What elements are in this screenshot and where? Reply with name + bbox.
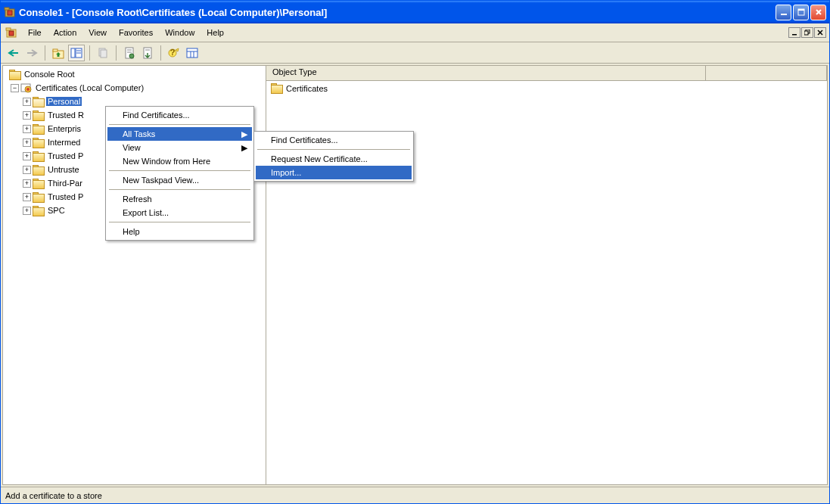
export-button[interactable] bbox=[139, 45, 156, 61]
folder-icon bbox=[33, 151, 45, 161]
mdi-buttons bbox=[788, 27, 829, 38]
list-item-label: Certificates bbox=[286, 84, 328, 93]
view-mode-button[interactable] bbox=[184, 45, 201, 61]
menu-all-tasks[interactable]: All Tasks▶ bbox=[107, 127, 252, 141]
svg-rect-3 bbox=[781, 14, 787, 15]
properties-button[interactable] bbox=[121, 45, 138, 61]
tree-root[interactable]: Console Root bbox=[6, 67, 266, 81]
menu-help[interactable]: Help bbox=[107, 225, 252, 238]
up-button[interactable] bbox=[50, 45, 67, 61]
back-button[interactable] bbox=[5, 45, 22, 61]
list-header[interactable]: Object Type bbox=[266, 66, 827, 81]
copy-button[interactable] bbox=[95, 45, 111, 61]
menu-export-list[interactable]: Export List... bbox=[107, 206, 252, 219]
show-hide-tree-button[interactable] bbox=[68, 45, 85, 61]
svg-rect-13 bbox=[53, 49, 58, 51]
submenu-arrow-icon: ▶ bbox=[241, 129, 247, 139]
svg-rect-19 bbox=[101, 50, 107, 58]
svg-point-23 bbox=[129, 54, 134, 58]
svg-rect-1 bbox=[5, 8, 9, 10]
submenu-import[interactable]: Import... bbox=[256, 166, 412, 179]
menu-separator bbox=[109, 222, 250, 222]
expand-icon[interactable]: + bbox=[23, 138, 31, 147]
app-icon bbox=[4, 6, 16, 18]
document-icon bbox=[4, 25, 19, 40]
menu-separator bbox=[109, 189, 250, 190]
expand-icon[interactable]: + bbox=[23, 111, 31, 120]
menu-separator bbox=[109, 124, 250, 125]
submenu-arrow-icon: ▶ bbox=[241, 143, 247, 153]
toolbar: ? bbox=[1, 42, 829, 64]
help-button[interactable]: ? bbox=[166, 45, 182, 61]
svg-rect-8 bbox=[9, 31, 14, 36]
expand-icon[interactable]: + bbox=[23, 98, 31, 106]
svg-text:?: ? bbox=[170, 48, 176, 57]
menubar: File Action View Favorites Window Help bbox=[22, 25, 788, 40]
folder-icon bbox=[271, 83, 283, 93]
statusbar: Add a certificate to a store bbox=[1, 487, 829, 503]
toolbar-separator bbox=[45, 45, 45, 61]
toolbar-separator bbox=[116, 45, 117, 61]
collapse-icon[interactable]: − bbox=[11, 84, 19, 92]
menu-new-window[interactable]: New Window from Here bbox=[107, 154, 252, 168]
context-menu: Find Certificates... All Tasks▶ View▶ Ne… bbox=[105, 106, 254, 241]
expand-icon[interactable]: + bbox=[23, 207, 31, 215]
expand-icon[interactable]: + bbox=[23, 179, 31, 188]
forward-button[interactable] bbox=[23, 45, 40, 61]
submenu-request-certificate[interactable]: Request New Certificate... bbox=[256, 152, 412, 166]
folder-icon bbox=[9, 70, 21, 79]
expand-icon[interactable]: + bbox=[23, 193, 31, 201]
menu-window[interactable]: Window bbox=[159, 25, 201, 40]
tree-snapin[interactable]: − Certificates (Local Computer) bbox=[6, 81, 266, 95]
list-item[interactable]: Certificates bbox=[269, 82, 824, 94]
menu-view[interactable]: View▶ bbox=[107, 141, 252, 154]
folder-icon bbox=[33, 165, 45, 175]
folder-icon bbox=[33, 206, 45, 216]
certificates-icon bbox=[20, 82, 33, 94]
folder-icon bbox=[33, 192, 45, 202]
menu-file[interactable]: File bbox=[22, 25, 48, 40]
svg-rect-9 bbox=[792, 34, 797, 36]
menu-separator bbox=[109, 170, 250, 171]
menu-favorites[interactable]: Favorites bbox=[113, 25, 159, 40]
menu-find-certificates[interactable]: Find Certificates... bbox=[107, 108, 252, 122]
status-text: Add a certificate to a store bbox=[5, 491, 102, 500]
maximize-button[interactable] bbox=[793, 5, 809, 20]
svg-rect-7 bbox=[6, 28, 11, 30]
svg-rect-2 bbox=[8, 11, 12, 15]
window-title: Console1 - [Console Root\Certificates (L… bbox=[19, 7, 776, 18]
content-area: Console Root − Certificates (Local Compu… bbox=[2, 65, 828, 485]
menu-view[interactable]: View bbox=[82, 25, 113, 40]
mdi-restore-button[interactable] bbox=[801, 27, 813, 38]
titlebar[interactable]: Console1 - [Console Root\Certificates (L… bbox=[1, 1, 829, 23]
submenu-find-certificates[interactable]: Find Certificates... bbox=[256, 133, 412, 147]
svg-rect-5 bbox=[798, 9, 804, 11]
context-submenu: Find Certificates... Request New Certifi… bbox=[253, 131, 414, 182]
column-object-type[interactable]: Object Type bbox=[266, 66, 706, 80]
close-button[interactable] bbox=[810, 5, 826, 20]
window-buttons bbox=[776, 5, 826, 20]
mdi-minimize-button[interactable] bbox=[788, 27, 800, 38]
menu-separator bbox=[257, 149, 410, 150]
folder-icon bbox=[33, 110, 45, 120]
mdi-close-button[interactable] bbox=[814, 27, 826, 38]
minimize-button[interactable] bbox=[776, 5, 791, 20]
svg-rect-28 bbox=[187, 48, 197, 58]
folder-icon bbox=[33, 124, 45, 134]
expand-icon[interactable]: + bbox=[23, 125, 31, 133]
menu-action[interactable]: Action bbox=[48, 25, 83, 40]
menubar-container: File Action View Favorites Window Help bbox=[1, 23, 829, 42]
svg-rect-14 bbox=[71, 48, 75, 58]
expand-icon[interactable]: + bbox=[23, 152, 31, 160]
list-pane[interactable]: Object Type Certificates bbox=[266, 66, 827, 484]
expand-icon[interactable]: + bbox=[23, 166, 31, 174]
folder-open-icon bbox=[33, 97, 45, 107]
folder-icon bbox=[33, 138, 45, 148]
svg-rect-11 bbox=[804, 31, 808, 35]
toolbar-separator bbox=[160, 45, 161, 61]
menu-help[interactable]: Help bbox=[201, 25, 230, 40]
toolbar-separator bbox=[89, 45, 90, 61]
menu-new-taskpad[interactable]: New Taskpad View... bbox=[107, 173, 252, 187]
mmc-window: Console1 - [Console Root\Certificates (L… bbox=[0, 0, 830, 504]
menu-refresh[interactable]: Refresh bbox=[107, 192, 252, 206]
